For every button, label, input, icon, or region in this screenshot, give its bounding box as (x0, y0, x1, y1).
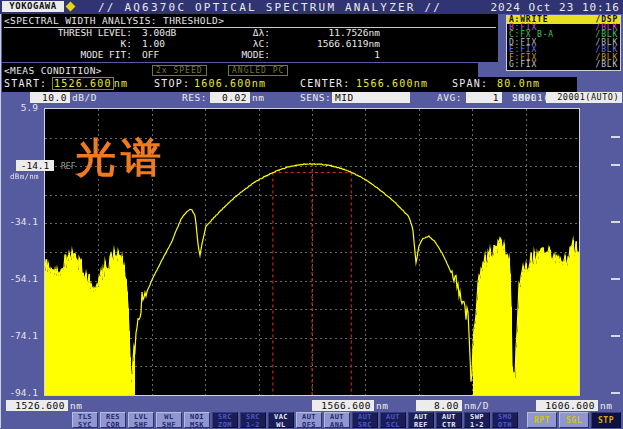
level-scale-unit: dB/D (72, 92, 97, 104)
res-field[interactable]: 0.02 (210, 92, 250, 103)
x-start-field[interactable]: 1526.600 (6, 400, 68, 411)
center-value[interactable]: 1566.600nm (356, 77, 428, 91)
softkey-lvl-shift[interactable]: LVLSHF (128, 412, 154, 428)
y-label-34: -34.1 (2, 217, 38, 227)
span-label: SPAN: (452, 77, 488, 91)
start-label: START: (4, 77, 47, 91)
right-tick (611, 136, 620, 138)
y-label-top: 5.9 (2, 103, 38, 113)
x-perdiv-field[interactable]: 8.00 (416, 400, 462, 411)
right-tick (611, 335, 620, 337)
meas-condition-title: <MEAS CONDITION> (4, 65, 102, 76)
settings-row: 10.0 dB/D RES: 0.02 nm SENS: MID AVG: 1 … (0, 92, 623, 106)
stop-label: STOP: (154, 77, 190, 91)
res-unit: nm (252, 92, 264, 104)
instrument-title: // AQ6370C OPTICAL SPECTRUM ANALYZER // (98, 1, 442, 14)
y-label-94: -94.1 (2, 388, 38, 398)
x-perdiv-unit: nm/D (464, 400, 489, 411)
softkey-vacuum-wl[interactable]: VACWL (268, 412, 294, 428)
smpl-field[interactable]: 20001(AUTO) (546, 92, 622, 103)
x-center-field[interactable]: 1566.600 (312, 400, 374, 411)
trace-g-mode: /BLK (596, 61, 618, 69)
softkey-smooth-other[interactable]: SMOOTH (492, 412, 518, 428)
softkey-auto-scale[interactable]: AUTSCL (380, 412, 406, 428)
ref-level-field[interactable]: -14.1 (16, 160, 54, 171)
right-tick (611, 221, 620, 223)
x-stop-unit: nm (600, 400, 612, 411)
yokogawa-diamond-icon (66, 2, 76, 12)
sens-label: SENS: (300, 92, 331, 104)
softkey-auto-ref[interactable]: AUTREF (408, 412, 434, 428)
x-stop-field[interactable]: 1606.600 (536, 400, 598, 411)
softkey-tls-sync[interactable]: TLSSYC (72, 412, 98, 428)
softkey-auto-offset[interactable]: AUTOFS (296, 412, 322, 428)
x-center-unit: nm (376, 400, 388, 411)
trace-g-name: G:FIX (509, 61, 537, 69)
annotation-text: 光谱 (76, 134, 166, 180)
right-tick (611, 164, 620, 166)
right-tick (611, 392, 620, 394)
title-bar: YOKOGAWA // AQ6370C OPTICAL SPECTRUM ANA… (0, 0, 623, 14)
screen-edge (0, 14, 1, 428)
softkey-sweep-1-2[interactable]: SWP1-2 (464, 412, 490, 428)
mode-value: 1 (2, 49, 380, 60)
softkey-single-sweep[interactable]: SGL (559, 412, 589, 428)
sens-field[interactable]: MID (332, 92, 410, 103)
avg-field[interactable]: 1 (466, 92, 502, 103)
datetime: 2024 Oct 23 10:16 (490, 1, 620, 14)
softkey-src-zoom[interactable]: SRCZOM (212, 412, 238, 428)
sweep-range-row: START: 1526.600nm STOP: 1606.600nm CENTE… (2, 77, 577, 92)
stop-value[interactable]: 1606.600nm (194, 77, 266, 91)
analysis-panel: <SPECTRAL WIDTH ANALYSIS: THRESHOLD> THR… (2, 14, 498, 62)
trace-legend: A:WRITE/DSP B:FIX/BLK C:FX B-A/BLK D:FIX… (506, 15, 621, 71)
trace-row-g[interactable]: G:FIX/BLK (507, 61, 620, 69)
y-axis-unit: dBm/nm (10, 172, 39, 181)
softkey-repeat-sweep[interactable]: RPT (527, 412, 557, 428)
y-label-74: -74.1 (2, 331, 38, 341)
center-label: CENTER: (300, 77, 351, 91)
softkey-auto-analysis[interactable]: AUTANA (324, 412, 350, 428)
smpl-label2: SMPL: (512, 92, 543, 104)
softkey-auto-search[interactable]: AUTSRC (352, 412, 378, 428)
softkey-src-1-2[interactable]: SRC1-2 (240, 412, 266, 428)
x-start-unit: nm (70, 400, 82, 411)
res-label: RES: (182, 92, 207, 104)
delta-lambda-value: 11.7526nm (2, 27, 380, 38)
right-tick (611, 278, 620, 280)
span-value[interactable]: 80.0nm (497, 77, 540, 91)
yokogawa-logo: YOKOGAWA (2, 1, 64, 12)
avg-label: AVG: (437, 92, 462, 104)
meas-condition-strip: <MEAS CONDITION> 2x SPEED ANGLED PC (2, 63, 478, 77)
softkey-noise-mask[interactable]: NOIMSK (184, 412, 210, 428)
start-value[interactable]: 1526.600nm (52, 77, 128, 91)
angled-pc-flag: ANGLED PC (228, 65, 288, 76)
softkey-wl-shift[interactable]: WLSHF (156, 412, 182, 428)
speed-flag: 2x SPEED (152, 65, 207, 76)
softkey-res-cor[interactable]: RESCOR (100, 412, 126, 428)
osa-screen: YOKOGAWA // AQ6370C OPTICAL SPECTRUM ANA… (0, 0, 623, 429)
softkey-auto-center[interactable]: AUTCTR (436, 412, 462, 428)
softkey-stop-sweep[interactable]: STP (591, 412, 621, 428)
lambda-c-value: 1566.6119nm (2, 38, 380, 49)
y-label-54: -54.1 (2, 274, 38, 284)
